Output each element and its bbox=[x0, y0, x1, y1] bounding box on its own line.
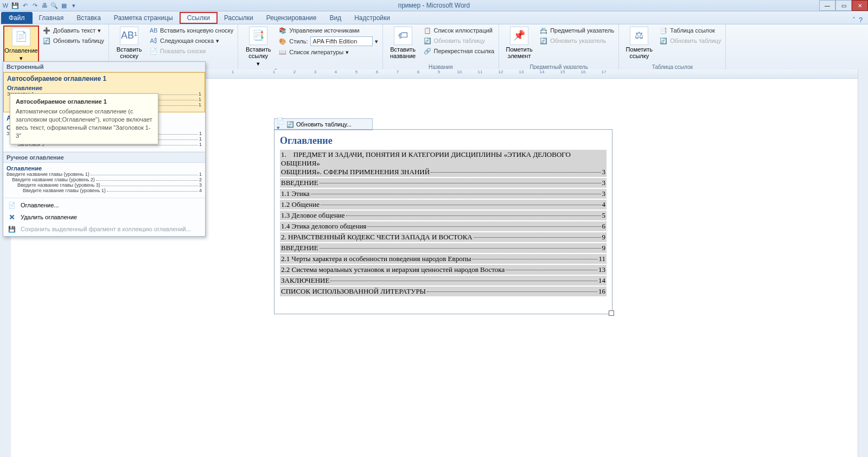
undo-icon[interactable]: ↶ bbox=[21, 1, 29, 10]
add-text-icon: ➕ bbox=[42, 26, 51, 35]
next-footnote-icon: A₿ bbox=[149, 36, 158, 45]
tab-разметка страницы[interactable]: Разметка страницы bbox=[107, 12, 180, 24]
tab-вид[interactable]: Вид bbox=[323, 12, 348, 24]
print-icon[interactable]: 🖶 bbox=[40, 1, 49, 10]
gallery-section-builtin: Встроенный bbox=[3, 62, 205, 71]
insert-caption-button[interactable]: 🏷 Вставить название bbox=[386, 26, 420, 60]
refresh-icon: 🔄 bbox=[42, 36, 51, 45]
quick-access-toolbar: W 💾 ↶ ↷ 🖶 🔍 ▦ ▾ bbox=[0, 1, 78, 10]
bibliography-button[interactable]: 📖Список литературы ▾ bbox=[277, 47, 379, 57]
minimize-button[interactable]: — bbox=[819, 0, 835, 11]
ribbon-tabs: Файл ГлавнаяВставкаРазметка страницыСсыл… bbox=[0, 11, 868, 24]
tab-рассылки[interactable]: Рассылки bbox=[218, 12, 260, 24]
table-icon[interactable]: ▦ bbox=[60, 1, 68, 10]
add-text-button[interactable]: ➕Добавить текст ▾ bbox=[41, 26, 105, 35]
style-icon: 🎨 bbox=[278, 37, 287, 46]
tab-ссылки[interactable]: Ссылки bbox=[180, 12, 218, 24]
tab-file[interactable]: Файл bbox=[1, 12, 33, 24]
mark-citation-button[interactable]: ⚖ Пометить ссылку bbox=[622, 26, 656, 60]
insert-index-button[interactable]: 📇Предметный указатель bbox=[538, 26, 615, 35]
group-index: 📌 Пометить элемент 📇Предметный указатель… bbox=[499, 24, 619, 71]
mark-citation-icon: ⚖ bbox=[630, 27, 648, 45]
maximize-button[interactable]: ▭ bbox=[835, 0, 852, 11]
ribbon-minimize-icon[interactable]: ˄ bbox=[852, 16, 856, 24]
show-footnotes-icon: 📄 bbox=[149, 47, 158, 55]
caption-icon: 🏷 bbox=[394, 27, 412, 45]
preview-icon[interactable]: 🔍 bbox=[50, 1, 59, 10]
insert-citation-button[interactable]: 📑 Вставить ссылку▾ bbox=[241, 26, 275, 68]
toa-icon: 📑 bbox=[659, 26, 668, 35]
next-footnote-button[interactable]: A₿Следующая сноска ▾ bbox=[148, 36, 234, 46]
figures-list-icon: 📋 bbox=[423, 26, 432, 35]
list-of-figures-button[interactable]: 📋Список иллюстраций bbox=[422, 26, 496, 35]
word-icon: W bbox=[1, 1, 10, 10]
endnote-icon: AB bbox=[149, 26, 158, 35]
insert-endnote-button[interactable]: ABВставить концевую сноску bbox=[148, 26, 234, 35]
style-combobox[interactable]: APA Fifth Edition bbox=[310, 36, 373, 46]
cross-reference-button[interactable]: 🔗Перекрестная ссылка bbox=[422, 46, 496, 56]
update-toc-button[interactable]: 🔄Обновить таблицу bbox=[41, 36, 105, 46]
show-footnotes-button[interactable]: 📄Показать сноски bbox=[148, 46, 234, 56]
bibliography-icon: 📖 bbox=[278, 48, 287, 56]
title-bar: W 💾 ↶ ↷ 🖶 🔍 ▦ ▾ пример - Microsoft Word … bbox=[0, 0, 868, 11]
mark-index-icon: 📌 bbox=[510, 27, 528, 45]
mark-entry-button[interactable]: 📌 Пометить элемент bbox=[502, 26, 536, 60]
close-button[interactable]: ✕ bbox=[852, 0, 868, 11]
vertical-scrollbar[interactable] bbox=[858, 69, 868, 71]
crossref-icon: 🔗 bbox=[423, 47, 432, 55]
qat-dropdown-icon[interactable]: ▾ bbox=[69, 1, 78, 10]
insert-footnote-button[interactable]: AB¹ Вставить сноску bbox=[112, 26, 146, 60]
tab-главная[interactable]: Главная bbox=[33, 12, 71, 24]
toc-button-label: Оглавление bbox=[4, 47, 37, 54]
tab-вставка[interactable]: Вставка bbox=[70, 12, 107, 24]
window-title: пример - Microsoft Word bbox=[0, 2, 868, 9]
refresh-icon: 🔄 bbox=[659, 36, 668, 45]
tab-рецензирование[interactable]: Рецензирование bbox=[260, 12, 323, 24]
toc-icon: 📄 bbox=[12, 28, 30, 46]
index-icon: 📇 bbox=[539, 26, 548, 35]
save-icon[interactable]: 💾 bbox=[11, 1, 20, 10]
tab-надстройки[interactable]: Надстройки bbox=[348, 12, 397, 24]
window-buttons: — ▭ ✕ bbox=[819, 0, 868, 11]
citation-icon: 📑 bbox=[249, 27, 267, 45]
group-toa: ⚖ Пометить ссылку 📑Таблица ссылок 🔄Обнов… bbox=[619, 24, 726, 71]
manage-sources-button[interactable]: 📚Управление источниками bbox=[277, 26, 379, 35]
toc-gallery-dropdown: Встроенный Автособираемое оглавление 1 О… bbox=[3, 61, 206, 71]
update-index-button[interactable]: 🔄Обновить указатель bbox=[538, 36, 615, 46]
insert-toa-button[interactable]: 📑Таблица ссылок bbox=[658, 26, 722, 35]
redo-icon[interactable]: ↷ bbox=[30, 1, 39, 10]
group-captions: 🏷 Вставить название 📋Список иллюстраций … bbox=[383, 24, 500, 71]
sources-icon: 📚 bbox=[278, 26, 287, 35]
group-citations: 📑 Вставить ссылку▾ 📚Управление источника… bbox=[238, 24, 382, 71]
citation-style-selector[interactable]: 🎨Стиль: APA Fifth Edition ▾ bbox=[277, 36, 379, 47]
footnote-icon: AB¹ bbox=[120, 27, 138, 45]
update-captions-button[interactable]: 🔄Обновить таблицу bbox=[422, 36, 496, 46]
toc-button[interactable]: 📄 Оглавление▾ bbox=[3, 26, 39, 64]
update-toa-button[interactable]: 🔄Обновить таблицу bbox=[658, 36, 722, 46]
refresh-icon: 🔄 bbox=[539, 36, 548, 45]
help-icon[interactable]: ? bbox=[859, 16, 863, 24]
refresh-icon: 🔄 bbox=[423, 36, 432, 45]
